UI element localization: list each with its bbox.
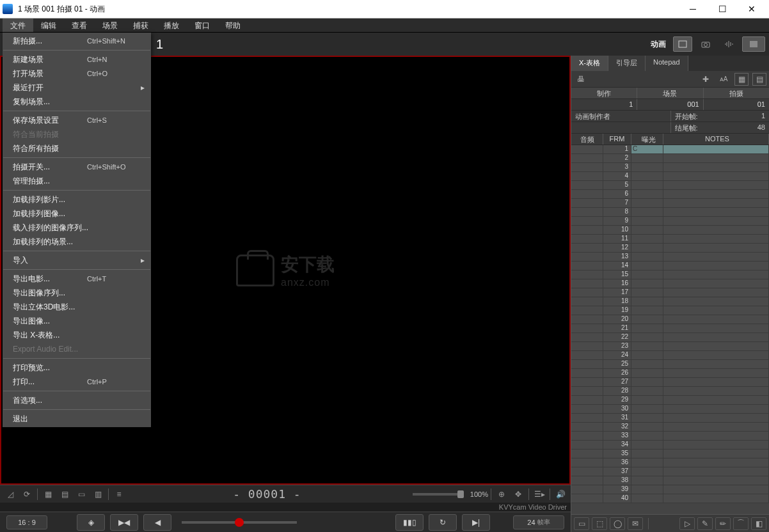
frame-row[interactable]: 34: [571, 441, 769, 450]
frame-row[interactable]: 26: [571, 369, 769, 378]
camera-icon[interactable]: [696, 36, 715, 52]
pan-icon[interactable]: ✥: [511, 487, 526, 501]
menu-窗口[interactable]: 窗口: [187, 19, 218, 32]
play-back-button[interactable]: ◀: [143, 514, 171, 531]
menu-item-导入[interactable]: 导入▸: [3, 253, 151, 267]
tab-X-表格[interactable]: X-表格: [571, 56, 608, 71]
tool-select-icon[interactable]: ⬚: [592, 517, 607, 530]
frame-row[interactable]: 15: [571, 270, 769, 279]
menu-场景[interactable]: 场景: [95, 19, 125, 32]
tool-envelope-icon[interactable]: ✉: [628, 517, 643, 530]
frame-row[interactable]: 39: [571, 485, 769, 494]
menu-item-打开场景[interactable]: 打开场景Ctrl+O: [3, 66, 151, 81]
frame-row[interactable]: 27: [571, 378, 769, 387]
frame-row[interactable]: 28: [571, 387, 769, 396]
frame-row[interactable]: 17: [571, 288, 769, 297]
frame-row[interactable]: 30: [571, 405, 769, 414]
menu-item-打印...[interactable]: 打印...Ctrl+P: [3, 375, 151, 389]
menu-item-保存场景设置[interactable]: 保存场景设置Ctrl+S: [3, 113, 151, 127]
frame-row[interactable]: 33: [571, 432, 769, 441]
frame-row[interactable]: 13: [571, 253, 769, 262]
menu-item-符合所有拍摄[interactable]: 符合所有拍摄: [3, 141, 151, 155]
frame-row[interactable]: 20: [571, 315, 769, 324]
minimize-button[interactable]: ─: [678, 0, 708, 19]
frame-row[interactable]: 6: [571, 190, 769, 199]
frame-row[interactable]: 18: [571, 297, 769, 306]
view1-icon[interactable]: ▦: [734, 73, 749, 86]
menu-item-导出图像...[interactable]: 导出图像...: [3, 314, 151, 328]
frame-row[interactable]: 22: [571, 333, 769, 342]
frame-row[interactable]: 31: [571, 414, 769, 423]
tab-Notepad[interactable]: Notepad: [646, 56, 688, 71]
menu-编辑[interactable]: 编辑: [33, 19, 64, 32]
target-icon[interactable]: ⊕: [494, 487, 509, 501]
tool-curve-icon[interactable]: ⌒: [733, 517, 749, 530]
frame-row[interactable]: 35: [571, 450, 769, 458]
menu-item-新拍摄...[interactable]: 新拍摄...Ctrl+Shift+N: [3, 34, 151, 48]
frame-row[interactable]: 7: [571, 199, 769, 208]
frame-row[interactable]: 12: [571, 244, 769, 253]
menu-播放[interactable]: 播放: [156, 19, 187, 32]
tool-cursor-icon[interactable]: ▷: [679, 517, 695, 530]
frame-row[interactable]: 5: [571, 181, 769, 190]
menu-item-导出 X-表格...[interactable]: 导出 X-表格...: [3, 328, 151, 342]
audio-wave-icon[interactable]: [719, 36, 738, 52]
menu-item-退出[interactable]: 退出: [3, 412, 151, 426]
volume-icon[interactable]: 🔊: [553, 487, 568, 501]
zoom-slider[interactable]: [413, 493, 464, 496]
view2-icon[interactable]: ▤: [752, 73, 766, 86]
frame-row[interactable]: 9: [571, 217, 769, 226]
tool-circle-icon[interactable]: ◯: [610, 517, 625, 530]
step-forward-button[interactable]: ▶|: [462, 514, 490, 531]
frame-row[interactable]: 14: [571, 262, 769, 270]
menu-item-载入排列的图像序列...[interactable]: 载入排列的图像序列...: [3, 221, 151, 235]
frame-row[interactable]: 2: [571, 154, 769, 163]
close-button[interactable]: ✕: [737, 0, 766, 19]
menu-查看[interactable]: 查看: [64, 19, 95, 32]
frame-row[interactable]: 24: [571, 351, 769, 360]
fps-display[interactable]: 24 帧率: [513, 515, 564, 529]
layout-icon[interactable]: [742, 36, 765, 52]
grid3-icon[interactable]: ▭: [74, 487, 89, 501]
refresh-icon[interactable]: ⟳: [19, 487, 35, 501]
frame-row[interactable]: 1: [571, 145, 769, 154]
frame-row[interactable]: 25: [571, 360, 769, 369]
frame-row[interactable]: 4: [571, 172, 769, 181]
menu-item-加载排列图像...[interactable]: 加载排列图像...: [3, 207, 151, 221]
menu-item-新建场景[interactable]: 新建场景Ctrl+N: [3, 52, 151, 66]
frame-row[interactable]: 36: [571, 458, 769, 467]
menu-item-导出电影...[interactable]: 导出电影...Ctrl+T: [3, 272, 151, 286]
menu-item-加载排列的场景...[interactable]: 加载排列的场景...: [3, 235, 151, 249]
frame-row[interactable]: 11: [571, 235, 769, 244]
tool-eraser-icon[interactable]: ◧: [751, 517, 766, 530]
tool-pencil-icon[interactable]: ✎: [697, 517, 713, 530]
menu-item-拍摄开关...[interactable]: 拍摄开关...Ctrl+Shift+O: [3, 160, 151, 174]
grid1-icon[interactable]: ▦: [40, 487, 56, 501]
diamond-button[interactable]: ◈: [77, 514, 105, 531]
menu-捕获[interactable]: 捕获: [125, 19, 156, 32]
grid4-icon[interactable]: ▥: [90, 487, 106, 501]
frame-row[interactable]: 23: [571, 342, 769, 351]
menu-item-首选项...[interactable]: 首选项...: [3, 393, 151, 407]
frame-row[interactable]: 19: [571, 306, 769, 315]
text-size-icon[interactable]: ᴀA: [717, 73, 731, 86]
transport-slider[interactable]: [182, 521, 297, 524]
frame-row[interactable]: 32: [571, 423, 769, 432]
menu-item-导出立体3D电影...[interactable]: 导出立体3D电影...: [3, 300, 151, 314]
tool-brush-icon[interactable]: ✏: [715, 517, 731, 530]
menu-item-导出图像序列...[interactable]: 导出图像序列...: [3, 286, 151, 300]
tab-引导层[interactable]: 引导层: [608, 56, 646, 71]
menu-item-管理拍摄...[interactable]: 管理拍摄...: [3, 174, 151, 188]
flip-icon[interactable]: ◿: [3, 487, 18, 501]
frame-row[interactable]: 40: [571, 494, 769, 503]
maximize-button[interactable]: ☐: [708, 0, 737, 19]
frame-row[interactable]: 8: [571, 208, 769, 217]
print-icon[interactable]: 🖶: [574, 73, 588, 86]
menu-item-最近打开[interactable]: 最近打开▸: [3, 81, 151, 95]
frame-row[interactable]: 21: [571, 324, 769, 333]
frame-row[interactable]: 3: [571, 163, 769, 172]
loop-icon[interactable]: ↻: [429, 514, 457, 531]
grid2-icon[interactable]: ▤: [57, 487, 72, 501]
view-mode-icon[interactable]: [673, 36, 692, 52]
xsheet-grid[interactable]: 1234567891011121314151617181920212223242…: [571, 145, 769, 514]
